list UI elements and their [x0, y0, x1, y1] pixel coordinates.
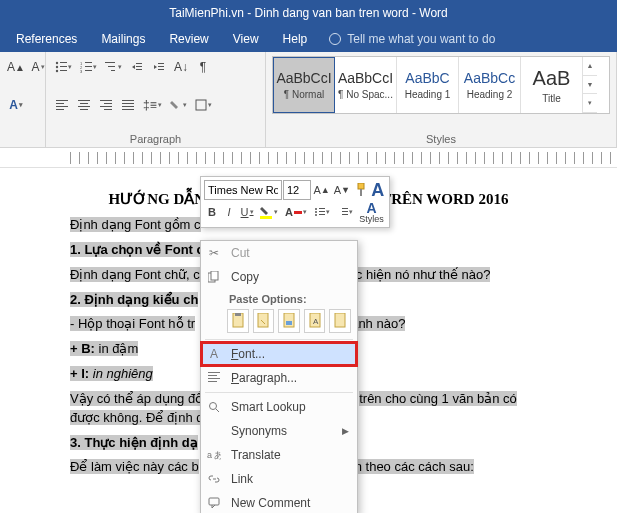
show-marks-button[interactable]: ¶: [193, 56, 213, 78]
align-justify-button[interactable]: [118, 94, 138, 116]
numbering-button[interactable]: 123▾: [77, 56, 100, 78]
clear-format-icon[interactable]: A▾: [28, 56, 48, 78]
gallery-up-icon[interactable]: ▲: [583, 57, 597, 76]
mini-highlight-button[interactable]: ▾: [257, 202, 281, 222]
svg-rect-17: [136, 69, 142, 70]
mini-font-color-button[interactable]: A▾: [282, 202, 310, 222]
separator: [205, 339, 353, 340]
ctx-copy[interactable]: Copy: [201, 265, 357, 289]
svg-rect-48: [342, 208, 348, 209]
paste-keep-source-icon[interactable]: [227, 309, 249, 333]
svg-rect-47: [319, 214, 325, 215]
text-selected: Định dạng Font gồm c: [70, 217, 201, 232]
multilevel-button[interactable]: ▾: [102, 56, 125, 78]
ctx-new-comment[interactable]: New Comment: [201, 491, 357, 513]
paste-picture-icon[interactable]: [278, 309, 300, 333]
decrease-indent-button[interactable]: [127, 56, 147, 78]
svg-rect-53: [233, 313, 243, 327]
svg-text:1: 1: [80, 61, 83, 66]
style-normal[interactable]: AaBbCcI¶ Normal: [273, 57, 335, 113]
svg-rect-29: [100, 100, 112, 101]
mini-numbering-button[interactable]: ▾: [334, 202, 356, 222]
svg-line-66: [216, 409, 219, 412]
mini-font-input[interactable]: [204, 180, 282, 200]
paste-text-only-icon[interactable]: A: [304, 309, 326, 333]
svg-rect-24: [56, 109, 64, 110]
cut-icon: ✂: [205, 244, 223, 262]
paste-default-icon[interactable]: [329, 309, 351, 333]
svg-rect-51: [208, 273, 215, 282]
gallery-more-icon[interactable]: ▾: [583, 94, 597, 113]
tab-mailings[interactable]: Mailings: [91, 26, 155, 52]
mini-styles-icon[interactable]: A: [370, 180, 387, 200]
text-selected: + B: in đậm: [70, 341, 138, 356]
ctx-synonyms[interactable]: Synonyms▶: [201, 419, 357, 443]
svg-point-42: [315, 208, 317, 210]
ctx-translate[interactable]: aあTranslate: [201, 443, 357, 467]
style-heading2[interactable]: AaBbCcHeading 2: [459, 57, 521, 113]
tab-review[interactable]: Review: [159, 26, 218, 52]
styles-gallery[interactable]: AaBbCcI¶ Normal AaBbCcI¶ No Spac... AaBb…: [272, 56, 610, 114]
ribbon: A▲A▾ A▾ ▾ 123▾ ▾ A↓ ¶ ‡≡▾ ▾ ▾ Paragraph …: [0, 52, 617, 148]
tab-view[interactable]: View: [223, 26, 269, 52]
search-icon: [205, 398, 223, 416]
mini-underline-button[interactable]: U▾: [238, 202, 256, 222]
paragraph-dialog-icon: [205, 369, 223, 387]
text-selected: 2. Định dạng kiểu ch: [70, 292, 198, 307]
ctx-smart-lookup[interactable]: Smart Lookup: [201, 395, 357, 419]
gallery-scroll[interactable]: ▲▼▾: [583, 57, 597, 113]
svg-rect-13: [108, 66, 115, 67]
tellme-label: Tell me what you want to do: [347, 32, 495, 46]
svg-rect-36: [122, 109, 134, 110]
tab-help[interactable]: Help: [273, 26, 318, 52]
ruler[interactable]: [0, 148, 617, 168]
bullets-button[interactable]: ▾: [52, 56, 75, 78]
blank-icon: [205, 422, 223, 440]
svg-rect-16: [136, 66, 142, 67]
ctx-cut[interactable]: ✂Cut: [201, 241, 357, 265]
mini-bold-button[interactable]: B: [204, 202, 220, 222]
svg-rect-41: [294, 211, 302, 214]
title-bar: TaiMienPhi.vn - Dinh dang van ban tren w…: [0, 0, 617, 26]
ctx-font[interactable]: AFFont...ont...: [201, 342, 357, 366]
style-title[interactable]: AaBTitle: [521, 57, 583, 113]
mini-italic-button[interactable]: I: [221, 202, 237, 222]
svg-rect-60: [335, 313, 345, 327]
mini-size-input[interactable]: [283, 180, 311, 200]
align-center-button[interactable]: [74, 94, 94, 116]
borders-button[interactable]: ▾: [192, 94, 215, 116]
shading-button[interactable]: ▾: [167, 94, 190, 116]
text-selected: c hiện nó như thế nào?: [356, 267, 491, 282]
align-right-button[interactable]: [96, 94, 116, 116]
mini-grow-font-icon[interactable]: A▲: [312, 180, 331, 200]
ctx-paste-options: A: [201, 307, 357, 337]
mini-toolbar: A▲ A▼ A B I U▾ ▾ A▾ ▾ ▾ AStyles: [200, 176, 390, 228]
gallery-down-icon[interactable]: ▼: [583, 76, 597, 95]
svg-rect-50: [342, 214, 348, 215]
mini-format-painter-icon[interactable]: [353, 180, 369, 200]
style-nospacing[interactable]: AaBbCcI¶ No Spac...: [335, 57, 397, 113]
svg-rect-62: [208, 375, 217, 376]
increase-indent-button[interactable]: [149, 56, 169, 78]
sort-button[interactable]: A↓: [171, 56, 191, 78]
ctx-link[interactable]: Link: [201, 467, 357, 491]
svg-rect-52: [211, 271, 218, 280]
paste-merge-icon[interactable]: [253, 309, 275, 333]
mini-shrink-font-icon[interactable]: A▼: [332, 180, 351, 200]
text-selected: Vậy có thể áp dụng đồ: [70, 391, 203, 406]
align-left-button[interactable]: [52, 94, 72, 116]
mini-bullets-button[interactable]: ▾: [311, 202, 333, 222]
font-grow-icon[interactable]: A▲: [6, 56, 26, 78]
style-heading1[interactable]: AaBbCHeading 1: [397, 57, 459, 113]
chevron-right-icon: ▶: [342, 426, 349, 436]
svg-rect-56: [284, 313, 294, 327]
svg-rect-63: [208, 378, 220, 379]
tellme-search[interactable]: Tell me what you want to do: [321, 32, 503, 46]
svg-rect-35: [122, 106, 134, 107]
svg-point-2: [56, 66, 58, 68]
line-spacing-button[interactable]: ‡≡▾: [140, 94, 165, 116]
text-effects-icon[interactable]: A▾: [6, 94, 26, 116]
tab-references[interactable]: References: [6, 26, 87, 52]
mini-styles-label[interactable]: AStyles: [357, 202, 386, 222]
ctx-paragraph[interactable]: Paragraph...: [201, 366, 357, 390]
